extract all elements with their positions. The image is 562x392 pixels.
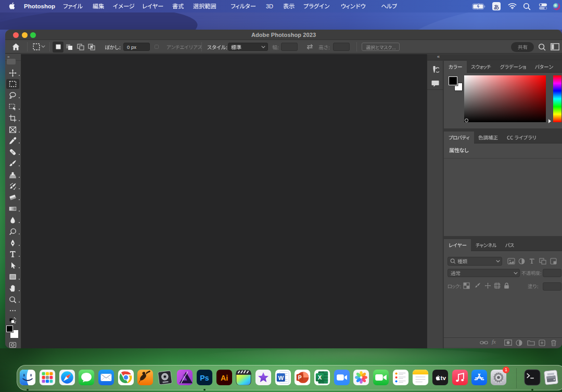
svg-text:Ai: Ai <box>221 374 228 382</box>
svg-text:P: P <box>298 375 302 381</box>
svg-text:tv: tv <box>440 374 446 381</box>
svg-text:W: W <box>278 375 284 381</box>
svg-text:Ps: Ps <box>200 374 209 382</box>
svg-text:X: X <box>318 374 322 381</box>
